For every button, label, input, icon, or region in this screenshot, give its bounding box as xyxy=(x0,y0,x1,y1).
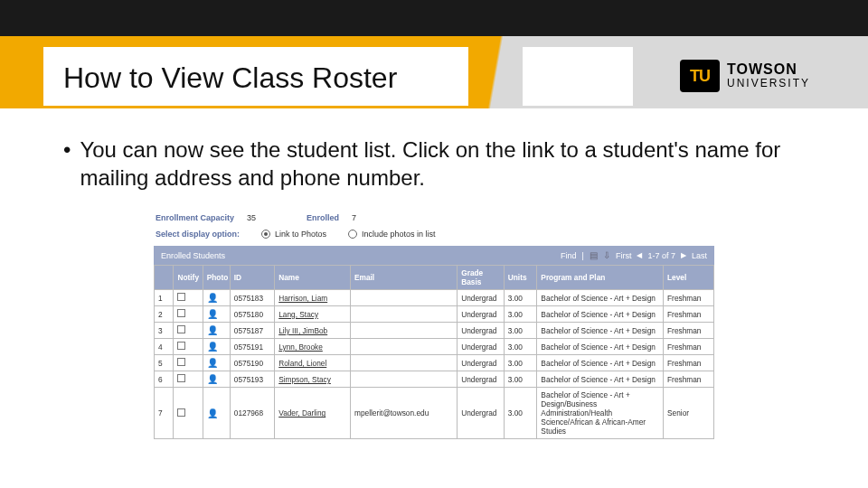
cell-photo[interactable]: 👤 xyxy=(203,388,230,439)
photo-icon[interactable]: 👤 xyxy=(207,309,218,319)
cell-notify[interactable] xyxy=(174,355,203,371)
nav-last[interactable]: Last xyxy=(692,251,707,260)
cell-notify[interactable] xyxy=(174,290,203,306)
cell-level: Freshman xyxy=(664,339,714,355)
cell-notify[interactable] xyxy=(174,371,203,388)
cell-num: 2 xyxy=(155,306,174,323)
cell-program: Bachelor of Science - Art + Design/Busin… xyxy=(537,388,664,439)
cell-units: 3.00 xyxy=(504,306,537,323)
cell-photo[interactable]: 👤 xyxy=(203,371,230,388)
col-name: Name xyxy=(275,266,351,290)
radio-selected-icon xyxy=(261,230,270,239)
student-name-link[interactable]: Roland, Lionel xyxy=(275,355,351,371)
cell-photo[interactable]: 👤 xyxy=(203,339,230,355)
photo-icon[interactable]: 👤 xyxy=(207,374,218,384)
notify-checkbox[interactable] xyxy=(177,309,185,317)
col-units: Units xyxy=(504,266,537,290)
notify-checkbox[interactable] xyxy=(177,325,185,333)
student-name-link[interactable]: Lang, Stacy xyxy=(275,306,351,323)
capacity-label: Enrollment Capacity xyxy=(156,213,234,222)
table-header-row: Notify Photo ID Name Email Grade Basis U… xyxy=(155,266,714,290)
logo-text: TOWSON UNIVERSITY xyxy=(727,62,810,89)
photo-icon[interactable]: 👤 xyxy=(207,358,218,368)
cell-program: Bachelor of Science - Art + Design xyxy=(537,323,664,339)
table-row: 1👤0575183Harrison, LiamUndergrad3.00Bach… xyxy=(155,290,714,306)
towson-logo: TU TOWSON UNIVERSITY xyxy=(680,60,810,92)
notify-checkbox[interactable] xyxy=(177,374,185,382)
cell-program: Bachelor of Science - Art + Design xyxy=(537,355,664,371)
view-all-icon[interactable]: ▤ xyxy=(590,250,598,260)
cell-units: 3.00 xyxy=(504,388,537,439)
cell-id: 0575193 xyxy=(230,371,274,388)
download-icon[interactable]: ⇩ xyxy=(603,250,610,260)
cell-units: 3.00 xyxy=(504,371,537,388)
nav-next-icon[interactable]: ▶ xyxy=(681,251,686,259)
cell-units: 3.00 xyxy=(504,323,537,339)
student-name-link[interactable]: Lynn, Brooke xyxy=(275,339,351,355)
grid-header-bar: Enrolled Students Find | ▤ ⇩ First ◀ 1-7… xyxy=(154,246,714,265)
cell-num: 7 xyxy=(155,388,174,439)
student-name-link[interactable]: Harrison, Liam xyxy=(275,290,351,306)
student-name-link[interactable]: Vader, Darling xyxy=(275,388,351,439)
cell-units: 3.00 xyxy=(504,339,537,355)
cell-photo[interactable]: 👤 xyxy=(203,323,230,339)
cell-program: Bachelor of Science - Art + Design xyxy=(537,290,664,306)
cell-grade-basis: Undergrad xyxy=(458,306,505,323)
table-row: 3👤0575187Lily III, JimBobUndergrad3.00Ba… xyxy=(155,323,714,339)
cell-grade-basis: Undergrad xyxy=(458,339,505,355)
cell-notify[interactable] xyxy=(174,323,203,339)
instruction-text: You can now see the student list. Click … xyxy=(80,136,805,192)
cell-id: 0575183 xyxy=(230,290,274,306)
cell-grade-basis: Undergrad xyxy=(458,355,505,371)
cell-photo[interactable]: 👤 xyxy=(203,290,230,306)
cell-units: 3.00 xyxy=(504,290,537,306)
notify-checkbox[interactable] xyxy=(177,408,185,417)
cell-level: Freshman xyxy=(664,371,714,388)
photo-icon[interactable]: 👤 xyxy=(207,293,218,303)
slide-title-band: How to View Class Roster TU TOWSON UNIVE… xyxy=(0,36,868,108)
radio-link-to-photos[interactable]: Link to Photos xyxy=(261,230,326,239)
table-row: 2👤0575180Lang, StacyUndergrad3.00Bachelo… xyxy=(155,306,714,323)
display-option-row: Select display option: Link to Photos In… xyxy=(154,226,714,246)
logo-line2: UNIVERSITY xyxy=(727,78,810,89)
notify-checkbox[interactable] xyxy=(177,293,185,301)
col-photo: Photo xyxy=(203,266,230,290)
cell-num: 3 xyxy=(155,323,174,339)
cell-photo[interactable]: 👤 xyxy=(203,306,230,323)
nav-first[interactable]: First xyxy=(616,251,632,260)
title-box: How to View Class Roster xyxy=(43,47,633,106)
capacity-row: Enrollment Capacity 35 Enrolled 7 xyxy=(154,210,714,226)
cell-id: 0575187 xyxy=(230,323,274,339)
cell-level: Senior xyxy=(664,388,714,439)
student-name-link[interactable]: Lily III, JimBob xyxy=(275,323,351,339)
cell-email xyxy=(351,290,458,306)
cell-id: 0127968 xyxy=(230,388,274,439)
cell-level: Freshman xyxy=(664,306,714,323)
cell-notify[interactable] xyxy=(174,306,203,323)
cell-notify[interactable] xyxy=(174,339,203,355)
notify-checkbox[interactable] xyxy=(177,358,185,366)
radio-label: Link to Photos xyxy=(275,230,326,239)
table-row: 5👤0575190Roland, LionelUndergrad3.00Bach… xyxy=(155,355,714,371)
notify-checkbox[interactable] xyxy=(177,342,185,350)
roster-panel: Enrollment Capacity 35 Enrolled 7 Select… xyxy=(154,210,714,439)
table-row: 7👤0127968Vader, Darlingmpellerit@towson.… xyxy=(155,388,714,439)
cell-program: Bachelor of Science - Art + Design xyxy=(537,306,664,323)
cell-level: Freshman xyxy=(664,355,714,371)
cell-num: 5 xyxy=(155,355,174,371)
cell-email xyxy=(351,339,458,355)
photo-icon[interactable]: 👤 xyxy=(207,325,218,335)
photo-icon[interactable]: 👤 xyxy=(207,342,218,352)
logo-line1: TOWSON xyxy=(727,62,810,78)
radio-include-photos[interactable]: Include photos in list xyxy=(348,230,436,239)
cell-id: 0575180 xyxy=(230,306,274,323)
logo-mark: TU xyxy=(680,60,720,92)
cell-photo[interactable]: 👤 xyxy=(203,355,230,371)
col-program: Program and Plan xyxy=(537,266,664,290)
find-label: Find xyxy=(561,251,577,260)
photo-icon[interactable]: 👤 xyxy=(207,408,218,418)
nav-prev-icon[interactable]: ◀ xyxy=(637,251,642,259)
grid-title: Enrolled Students xyxy=(161,251,225,260)
student-name-link[interactable]: Simpson, Stacy xyxy=(275,371,351,388)
cell-notify[interactable] xyxy=(174,388,203,439)
